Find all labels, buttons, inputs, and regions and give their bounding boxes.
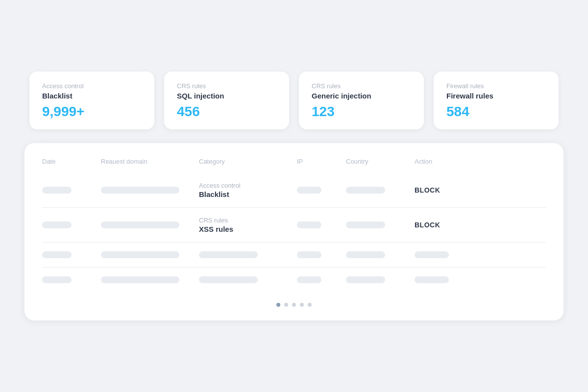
- skeleton-cell-3-2: [199, 276, 297, 283]
- domain-cell-1: [101, 221, 199, 228]
- date-skeleton-1: [42, 221, 72, 228]
- action-cell-1: BLOCK: [415, 221, 473, 229]
- table-header: DateReauest domainCategoryIPCountryActio…: [42, 158, 546, 173]
- stat-card-3: Firewall rules Firewall rules 584: [434, 72, 559, 129]
- stat-card-1: CRS rules SQL injection 456: [164, 72, 289, 129]
- stat-card-2: CRS rules Generic injection 123: [299, 72, 424, 129]
- stat-value-2: 123: [312, 104, 411, 120]
- col-header-0: Date: [42, 158, 101, 165]
- stat-sublabel-1: SQL injection: [177, 92, 276, 100]
- pagination: [42, 303, 546, 307]
- stat-value-0: 9,999+: [42, 104, 142, 120]
- domain-skeleton-1: [101, 221, 179, 228]
- col-header-2: Category: [199, 158, 297, 165]
- action-cell-0: BLOCK: [415, 186, 473, 194]
- skeleton-cell-2-2: [199, 251, 297, 258]
- stat-card-0: Access control Blacklist 9,999+: [29, 72, 154, 129]
- country-cell-0: [346, 187, 415, 194]
- skeleton-pill-3-5: [415, 276, 449, 283]
- col-header-4: Country: [346, 158, 415, 165]
- cat-value-1: XSS rules: [199, 225, 297, 233]
- skeleton-pill-2-4: [346, 251, 385, 258]
- date-cell-1: [42, 221, 101, 228]
- stat-label-1: CRS rules: [177, 82, 276, 90]
- skeleton-cell-3-4: [346, 276, 415, 283]
- pagination-dot-2[interactable]: [292, 303, 296, 307]
- skeleton-cell-3-0: [42, 276, 101, 283]
- skeleton-cell-3-3: [297, 276, 346, 283]
- stat-value-3: 584: [446, 104, 546, 120]
- skeleton-cell-2-4: [346, 251, 415, 258]
- col-header-1: Reauest domain: [101, 158, 199, 165]
- pagination-dot-1[interactable]: [284, 303, 288, 307]
- date-skeleton-0: [42, 187, 72, 194]
- country-skeleton-1: [346, 221, 385, 228]
- cat-value-0: Blacklist: [199, 190, 297, 198]
- date-cell-0: [42, 187, 101, 194]
- skeleton-pill-2-2: [199, 251, 258, 258]
- table-row-0: Access control Blacklist BLOCK: [42, 173, 546, 208]
- stat-sublabel-0: Blacklist: [42, 92, 142, 100]
- stat-sublabel-3: Firewall rules: [446, 92, 546, 100]
- stat-label-2: CRS rules: [312, 82, 411, 90]
- skeleton-pill-2-3: [297, 251, 321, 258]
- skeleton-pill-3-1: [101, 276, 179, 283]
- ip-skeleton-1: [297, 221, 321, 228]
- stats-row: Access control Blacklist 9,999+ CRS rule…: [24, 72, 564, 129]
- skeleton-cell-2-5: [415, 251, 473, 258]
- skeleton-cell-3-1: [101, 276, 199, 283]
- stat-label-3: Firewall rules: [446, 82, 546, 90]
- stat-label-0: Access control: [42, 82, 142, 90]
- skeleton-pill-3-3: [297, 276, 321, 283]
- skeleton-pill-3-4: [346, 276, 385, 283]
- country-skeleton-0: [346, 187, 385, 194]
- skeleton-pill-3-2: [199, 276, 258, 283]
- skeleton-pill-2-1: [101, 251, 179, 258]
- cat-label-0: Access control: [199, 182, 297, 189]
- pagination-dot-4[interactable]: [308, 303, 312, 307]
- ip-cell-1: [297, 221, 346, 228]
- table-row-2: [42, 243, 546, 268]
- category-cell-1: CRS rules XSS rules: [199, 217, 297, 233]
- domain-skeleton-0: [101, 187, 179, 194]
- skeleton-pill-2-0: [42, 251, 72, 258]
- table-body: Access control Blacklist BLOCK CRS rules…: [42, 173, 546, 292]
- skeleton-cell-2-3: [297, 251, 346, 258]
- skeleton-pill-2-5: [415, 251, 449, 258]
- table-row-3: [42, 268, 546, 292]
- skeleton-cell-2-1: [101, 251, 199, 258]
- category-cell-0: Access control Blacklist: [199, 182, 297, 198]
- skeleton-pill-3-0: [42, 276, 72, 283]
- pagination-dot-0[interactable]: [276, 303, 280, 307]
- stat-value-1: 456: [177, 104, 276, 120]
- domain-cell-0: [101, 187, 199, 194]
- ip-skeleton-0: [297, 187, 321, 194]
- table-card: DateReauest domainCategoryIPCountryActio…: [24, 143, 564, 320]
- col-header-3: IP: [297, 158, 346, 165]
- col-header-5: Action: [415, 158, 473, 165]
- pagination-dot-3[interactable]: [300, 303, 304, 307]
- skeleton-cell-2-0: [42, 251, 101, 258]
- stat-sublabel-2: Generic injection: [312, 92, 411, 100]
- country-cell-1: [346, 221, 415, 228]
- main-container: Access control Blacklist 9,999+ CRS rule…: [24, 72, 564, 320]
- cat-label-1: CRS rules: [199, 217, 297, 224]
- skeleton-cell-3-5: [415, 276, 473, 283]
- ip-cell-0: [297, 187, 346, 194]
- table-row-1: CRS rules XSS rules BLOCK: [42, 208, 546, 243]
